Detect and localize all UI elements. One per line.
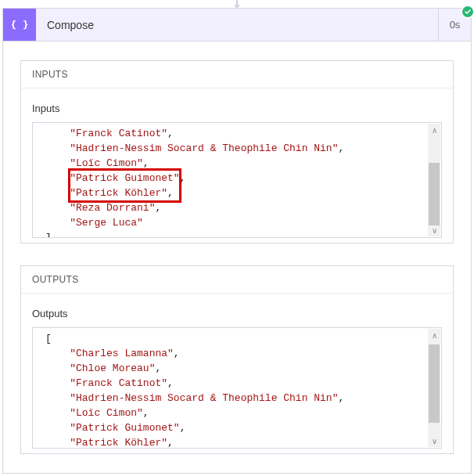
svg-text:{ }: { } — [12, 19, 27, 31]
compose-icon: { } — [3, 9, 36, 41]
outputs-code-box[interactable]: [ "Charles Lamanna", "Chloe Moreau", "Fr… — [32, 327, 442, 449]
outputs-section-header: OUTPUTS — [21, 266, 453, 294]
inputs-code-box[interactable]: "Franck Catinot", "Hadrien-Nessim Socard… — [32, 122, 442, 238]
card-header[interactable]: { } Compose 0s — [3, 9, 471, 41]
success-status-badge — [461, 5, 474, 19]
arrow-down-connector — [236, 0, 238, 5]
outputs-scrollbar[interactable]: ∧ ∨ — [428, 329, 440, 447]
outputs-section: OUTPUTS Outputs [ "Charles Lamanna", "Ch… — [20, 265, 454, 454]
inputs-section: INPUTS Inputs "Franck Catinot", "Hadrien… — [20, 60, 454, 243]
card-body: INPUTS Inputs "Franck Catinot", "Hadrien… — [3, 41, 471, 473]
scroll-up-icon[interactable]: ∧ — [428, 124, 440, 136]
scroll-up-icon[interactable]: ∧ — [428, 329, 440, 341]
inputs-field-label: Inputs — [32, 103, 442, 114]
scroll-thumb[interactable] — [429, 344, 440, 423]
inputs-section-header: INPUTS — [21, 61, 453, 88]
scroll-thumb[interactable] — [429, 163, 440, 225]
inputs-scrollbar[interactable]: ∧ ∨ — [428, 124, 440, 236]
outputs-field-label: Outputs — [32, 308, 442, 319]
scroll-down-icon[interactable]: ∨ — [428, 224, 440, 236]
compose-card: { } Compose 0s INPUTS Inputs "Franck Cat… — [2, 8, 472, 474]
scroll-down-icon[interactable]: ∨ — [428, 435, 440, 447]
card-title: Compose — [36, 9, 438, 41]
